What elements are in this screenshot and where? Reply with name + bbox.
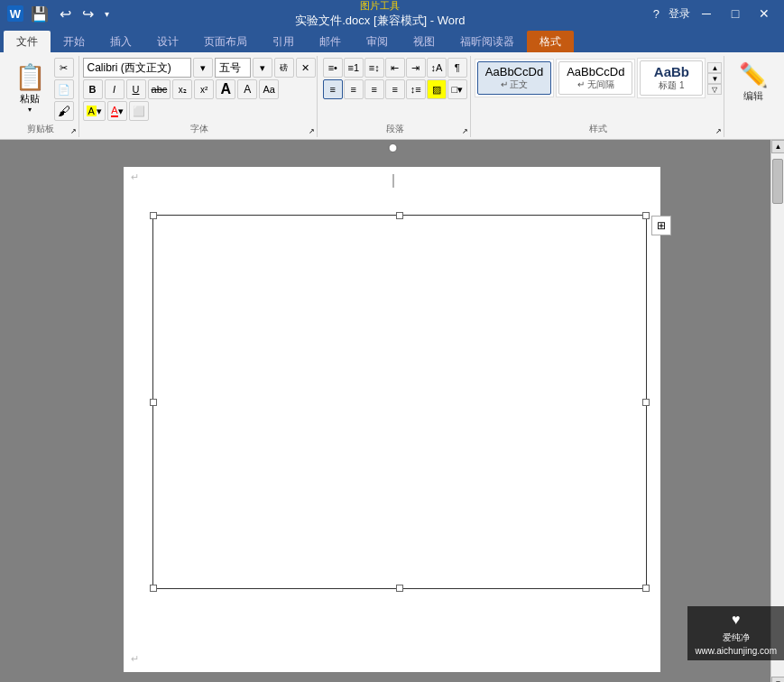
sort-button[interactable]: ↕A [427,58,447,78]
italic-button[interactable]: I [105,79,125,99]
styles-expand-icon[interactable]: ↗ [715,127,722,135]
increase-indent-button[interactable]: ⇥ [406,58,426,78]
content-area: ↵ [0,140,784,682]
rotate-handle[interactable] [389,143,398,152]
justify-button[interactable]: ≡ [385,79,405,99]
align-right-button[interactable]: ≡ [364,79,384,99]
handle-bottom-left[interactable] [150,585,157,592]
handle-bottom-middle[interactable] [396,585,403,592]
superscript-button[interactable]: x² [194,79,214,99]
undo-button[interactable]: ↩ [56,4,75,24]
font-grow-button[interactable]: A [216,79,235,99]
toolbar: 📋 粘贴 ▾ ✂ 📄 🖌 剪贴板 ↗ ▾ [0,52,784,139]
layout-options-button[interactable]: ⊞ [651,216,671,235]
scroll-up-button[interactable]: ▲ [771,140,784,153]
image-box[interactable]: ⊞ [152,215,647,589]
font-label: 字体 [190,121,208,135]
handle-bottom-right[interactable] [642,585,650,592]
scroll-down-button[interactable]: ▼ [771,677,784,682]
strikethrough-button[interactable]: abc [148,79,171,99]
font-name-input[interactable] [83,58,191,78]
font-shrink-button[interactable]: A [237,79,257,99]
tab-review[interactable]: 审阅 [354,31,401,52]
vertical-scrollbar[interactable]: ▲ ▼ [770,140,784,682]
style-normal[interactable]: AaBbCcDd ↵ 正文 [477,61,551,95]
clipboard-expand-icon[interactable]: ↗ [70,127,77,135]
restore-button[interactable]: □ [723,4,748,23]
cut-button[interactable]: ✂ [54,58,74,78]
tab-ref[interactable]: 引用 [260,31,307,52]
tab-insert[interactable]: 插入 [97,31,144,52]
login-label[interactable]: 登录 [669,6,690,22]
tab-design[interactable]: 设计 [144,31,191,52]
tab-layout[interactable]: 页面布局 [191,31,260,52]
group-para-content: ≡• ≡1 ≡↕ ⇤ ⇥ ↕A ¶ ≡ ≡ ≡ ≡ ↕≡ ▨ □▾ [323,58,467,121]
paragraph-expand-icon[interactable]: ↗ [462,127,468,135]
handle-top-middle[interactable] [396,212,403,219]
align-left-button[interactable]: ≡ [323,79,343,99]
borders-button[interactable]: □▾ [447,79,467,99]
font-size-dropdown-button[interactable]: ▾ [253,58,272,78]
minimize-button[interactable]: ─ [694,4,719,23]
number-list-button[interactable]: ≡1 [344,58,364,78]
clipboard-label: 剪贴板 [27,121,54,135]
tab-foxit[interactable]: 福昕阅读器 [447,31,527,52]
group-clipboard: 📋 粘贴 ▾ ✂ 📄 🖌 剪贴板 ↗ [4,56,79,137]
align-center-button[interactable]: ≡ [344,79,364,99]
close-button[interactable]: ✕ [752,4,777,23]
title-bar: W 💾 ↩ ↪ ▾ 图片工具 实验文件.docx [兼容模式] - Word ?… [0,0,784,27]
customize-qat-button[interactable]: ▾ [101,7,113,21]
bullet-list-button[interactable]: ≡• [323,58,343,78]
format-painter-button[interactable]: 🖌 [54,101,74,121]
styles-expand-button[interactable]: ▽ [707,84,722,95]
copy-button[interactable]: 📄 [54,79,74,99]
shading-button[interactable]: ▨ [427,79,447,99]
document-container[interactable]: ↵ [0,140,784,682]
paste-icon: 📋 [14,62,46,92]
tab-home[interactable]: 开始 [51,31,97,52]
handle-middle-right[interactable] [642,399,650,406]
font-expand-icon[interactable]: ↗ [309,127,315,135]
styles-scroll-down-button[interactable]: ▼ [707,73,722,84]
line-spacing-button[interactable]: ↕≡ [406,79,426,99]
handle-top-left[interactable] [150,212,157,219]
subscript-button[interactable]: x₂ [172,79,192,99]
paste-button[interactable]: 📋 粘贴 ▾ [8,58,52,121]
highlight-button[interactable]: A▾ [83,101,106,121]
font-name-dropdown-button[interactable]: ▾ [193,58,213,78]
editing-label: 编辑 [743,89,763,103]
handle-middle-left[interactable] [150,399,157,406]
font-shading-button[interactable]: ⬜ [129,101,149,121]
change-case-button[interactable]: Aa [259,79,279,99]
underline-button[interactable]: U [126,79,146,99]
bold-button[interactable]: B [83,79,103,99]
style-no-space[interactable]: AaBbCcDd ↵ 无间隔 [558,61,632,95]
watermark-line1: 爱纯净 [695,631,777,644]
title-left: W 💾 ↩ ↪ ▾ [7,4,113,24]
styles-scroll-up-button[interactable]: ▲ [707,62,722,73]
font-color-button[interactable]: A▾ [107,101,127,121]
paste-dropdown-icon[interactable]: ▾ [28,106,32,114]
tab-format[interactable]: 格式 [527,31,574,52]
group-clipboard-content: 📋 粘贴 ▾ ✂ 📄 🖌 [8,58,74,121]
handle-top-right[interactable] [642,212,650,219]
window-title: 实验文件.docx [兼容模式] - Word [295,14,465,27]
show-marks-button[interactable]: ¶ [447,58,467,78]
editing-button[interactable]: ✏️ 编辑 [735,58,771,106]
scroll-thumb[interactable] [772,159,783,204]
help-button[interactable]: ? [648,5,665,23]
styles-label: 样式 [589,121,607,135]
redo-button[interactable]: ↪ [78,4,97,24]
scroll-track[interactable] [771,153,784,677]
font-size-units-button[interactable]: 磅 [274,58,294,78]
clear-format-button[interactable]: ✕ [296,58,316,78]
decrease-indent-button[interactable]: ⇤ [385,58,405,78]
font-size-input[interactable] [215,58,251,78]
style-heading1[interactable]: AaBb 标题 1 [640,60,703,96]
tab-file[interactable]: 文件 [4,31,51,52]
multilevel-list-button[interactable]: ≡↕ [364,58,384,78]
save-button[interactable]: 💾 [27,4,52,24]
tab-view[interactable]: 视图 [401,31,447,52]
rotate-handle-group [392,174,393,188]
tab-mail[interactable]: 邮件 [307,31,354,52]
